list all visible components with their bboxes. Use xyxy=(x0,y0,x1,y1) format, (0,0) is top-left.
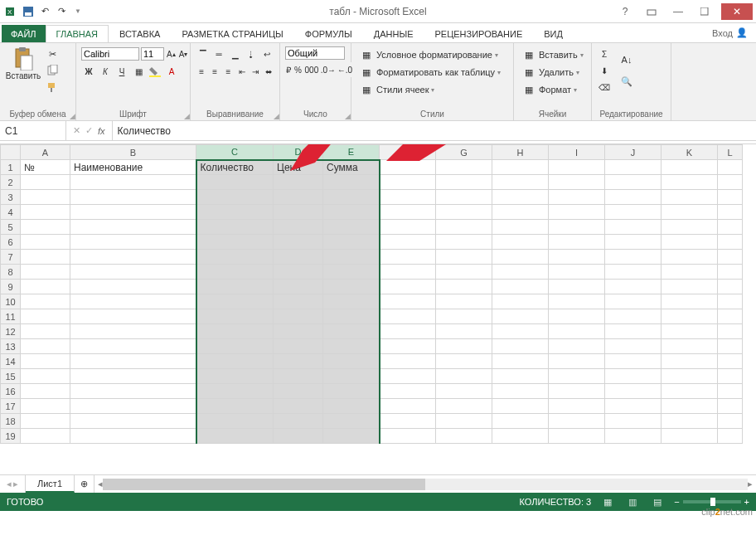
cell-A7[interactable] xyxy=(21,250,70,265)
cell-F13[interactable] xyxy=(380,339,436,354)
cell-D19[interactable] xyxy=(274,429,323,444)
tab-view[interactable]: ВИД xyxy=(533,25,574,42)
cell-I5[interactable] xyxy=(549,220,605,235)
cell-A1[interactable]: № xyxy=(21,160,70,175)
cell-G12[interactable] xyxy=(436,324,492,339)
cell-L1[interactable] xyxy=(718,160,743,175)
cell-J18[interactable] xyxy=(605,414,662,429)
cell-A17[interactable] xyxy=(21,399,70,414)
cell-D6[interactable] xyxy=(274,235,323,250)
cell-H19[interactable] xyxy=(492,429,549,444)
cell-L3[interactable] xyxy=(718,190,743,205)
currency-icon[interactable]: ₽ xyxy=(285,62,292,77)
cell-K16[interactable] xyxy=(662,384,718,399)
cell-G16[interactable] xyxy=(436,384,492,399)
cell-J14[interactable] xyxy=(605,354,662,369)
cell-D8[interactable] xyxy=(274,265,323,280)
cell-B14[interactable] xyxy=(70,354,196,369)
cell-G3[interactable] xyxy=(436,190,492,205)
column-header-I[interactable]: I xyxy=(549,145,605,160)
bold-button[interactable]: Ж xyxy=(81,64,96,79)
cell-B9[interactable] xyxy=(70,280,196,294)
formula-input[interactable]: Количество xyxy=(113,121,756,140)
cell-F19[interactable] xyxy=(380,429,436,444)
sheet-tab[interactable]: Лист1 xyxy=(26,475,75,493)
cell-K19[interactable] xyxy=(662,429,718,444)
cell-J13[interactable] xyxy=(605,339,662,354)
cell-B5[interactable] xyxy=(70,220,196,235)
cell-I17[interactable] xyxy=(549,399,605,414)
cell-D5[interactable] xyxy=(274,220,323,235)
cell-E4[interactable] xyxy=(323,205,380,220)
cell-G14[interactable] xyxy=(436,354,492,369)
cell-I12[interactable] xyxy=(549,324,605,339)
cell-K6[interactable] xyxy=(662,235,718,250)
copy-icon[interactable] xyxy=(45,63,60,78)
cell-I18[interactable] xyxy=(549,414,605,429)
insert-cells-button[interactable]: ▦Вставить▾ xyxy=(519,46,586,63)
column-header-B[interactable]: B xyxy=(70,145,196,160)
cell-L10[interactable] xyxy=(718,294,743,309)
delete-cells-button[interactable]: ▦Удалить▾ xyxy=(519,64,586,80)
cell-L7[interactable] xyxy=(718,250,743,265)
align-left-icon[interactable]: ≡ xyxy=(196,64,207,79)
orientation-icon[interactable]: ⭭ xyxy=(244,46,258,61)
cell-G5[interactable] xyxy=(436,220,492,235)
fill-color-icon[interactable] xyxy=(148,64,162,79)
cell-G17[interactable] xyxy=(436,399,492,414)
font-size-select[interactable] xyxy=(141,47,164,61)
cell-F5[interactable] xyxy=(380,220,436,235)
row-header-7[interactable]: 7 xyxy=(1,250,21,265)
cell-H9[interactable] xyxy=(492,280,549,294)
page-layout-view-icon[interactable]: ▥ xyxy=(624,495,641,508)
align-center-icon[interactable]: ≡ xyxy=(209,64,220,79)
cell-B3[interactable] xyxy=(70,190,196,205)
cell-H12[interactable] xyxy=(492,324,549,339)
decrease-indent-icon[interactable]: ⇤ xyxy=(236,64,248,79)
cell-A6[interactable] xyxy=(21,235,70,250)
name-box[interactable]: C1 xyxy=(0,121,66,140)
cell-C3[interactable] xyxy=(196,190,274,205)
cell-F6[interactable] xyxy=(380,235,436,250)
column-header-C[interactable]: C xyxy=(196,145,274,160)
paste-button[interactable]: Вставить xyxy=(5,46,41,109)
cell-E5[interactable] xyxy=(323,220,380,235)
maximize-icon[interactable] xyxy=(695,3,715,20)
cell-K14[interactable] xyxy=(662,354,718,369)
row-header-12[interactable]: 12 xyxy=(1,324,21,339)
cell-L8[interactable] xyxy=(718,265,743,280)
cell-G19[interactable] xyxy=(436,429,492,444)
redo-icon[interactable]: ↷ xyxy=(55,5,68,18)
cell-L15[interactable] xyxy=(718,369,743,384)
cell-L9[interactable] xyxy=(718,280,743,294)
zoom-in-icon[interactable]: + xyxy=(744,497,749,507)
cell-B4[interactable] xyxy=(70,205,196,220)
cell-H15[interactable] xyxy=(492,369,549,384)
dialog-launcher-icon[interactable]: ◢ xyxy=(274,112,279,120)
sheet-nav-prev-icon[interactable]: ◂ xyxy=(7,479,12,489)
sheet-nav-next-icon[interactable]: ▸ xyxy=(13,479,18,489)
cell-J9[interactable] xyxy=(605,280,662,294)
tab-home[interactable]: ГЛАВНАЯ xyxy=(46,25,109,42)
cell-K5[interactable] xyxy=(662,220,718,235)
cell-G2[interactable] xyxy=(436,175,492,190)
cell-B16[interactable] xyxy=(70,384,196,399)
cell-K4[interactable] xyxy=(662,205,718,220)
cell-J16[interactable] xyxy=(605,384,662,399)
cell-D16[interactable] xyxy=(274,384,323,399)
cell-L2[interactable] xyxy=(718,175,743,190)
cut-icon[interactable]: ✂ xyxy=(45,46,60,61)
cell-F3[interactable] xyxy=(380,190,436,205)
cell-E3[interactable] xyxy=(323,190,380,205)
cell-B15[interactable] xyxy=(70,369,196,384)
align-right-icon[interactable]: ≡ xyxy=(222,64,234,79)
row-header-9[interactable]: 9 xyxy=(1,280,21,294)
cell-C6[interactable] xyxy=(196,235,274,250)
fill-icon[interactable]: ⬇ xyxy=(597,63,612,78)
cell-D14[interactable] xyxy=(274,354,323,369)
cell-I14[interactable] xyxy=(549,354,605,369)
cell-C10[interactable] xyxy=(196,294,274,309)
cell-D4[interactable] xyxy=(274,205,323,220)
row-header-14[interactable]: 14 xyxy=(1,354,21,369)
fx-icon[interactable]: fx xyxy=(98,126,105,136)
